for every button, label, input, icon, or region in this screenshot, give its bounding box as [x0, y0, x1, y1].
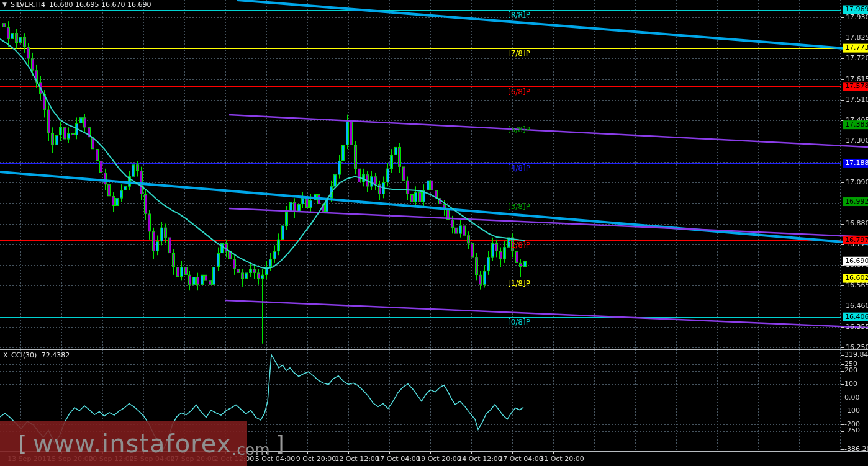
indicator-label: X_CCI(30) -72.4382: [3, 351, 70, 359]
broker-watermark: [ www.instaforex .com ]: [0, 421, 247, 466]
watermark-text: www.instaforex: [33, 429, 232, 458]
watermark-open-bracket: [: [19, 432, 27, 456]
symbol-info-bar: ▼ SILVER,H4 16.680 16.695 16.670 16.690: [2, 1, 151, 9]
symbol-ohlc-values: 16.680 16.695 16.670 16.690: [49, 1, 151, 9]
symbol-name: SILVER,H4: [11, 1, 45, 9]
watermark-suffix: .com: [232, 441, 269, 459]
price-chart-canvas[interactable]: [0, 0, 868, 466]
mt4-chart-window: ▼ SILVER,H4 16.680 16.695 16.670 16.690 …: [0, 0, 868, 466]
watermark-close-bracket: ]: [276, 432, 284, 456]
symbol-dropdown-icon[interactable]: ▼: [2, 1, 7, 9]
